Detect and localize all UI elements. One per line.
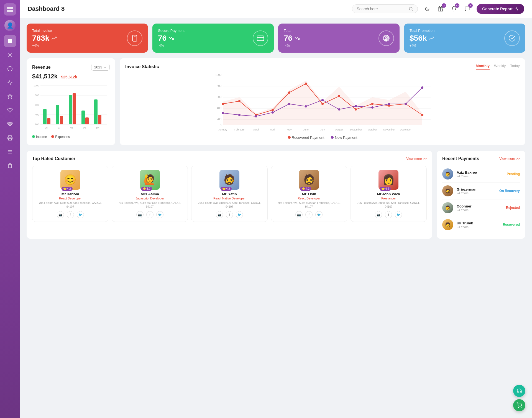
customer-addr-5: 795 Folsom Ave, Suite 600 San Francisco,… bbox=[353, 201, 424, 209]
twitter-icon-4[interactable]: 🐦 bbox=[315, 211, 323, 218]
svg-point-8 bbox=[9, 54, 11, 56]
svg-point-86 bbox=[355, 105, 357, 107]
svg-text:September: September bbox=[350, 128, 362, 131]
legend-new-label: New Payment bbox=[335, 135, 357, 140]
revenue-title: Revenue bbox=[32, 65, 51, 70]
sidebar-item-heart1[interactable] bbox=[4, 104, 16, 116]
svg-text:October: October bbox=[368, 128, 377, 131]
sidebar-item-favorites[interactable] bbox=[4, 90, 16, 102]
svg-rect-5 bbox=[10, 39, 12, 41]
support-float-button[interactable] bbox=[513, 385, 525, 397]
svg-point-68 bbox=[272, 109, 274, 111]
payment-years-1: 24 Years bbox=[457, 175, 503, 178]
payments-view-more[interactable]: View more >> bbox=[499, 157, 520, 161]
svg-point-83 bbox=[305, 105, 307, 107]
svg-rect-17 bbox=[9, 164, 11, 165]
tab-monthly[interactable]: Monthly bbox=[476, 64, 490, 70]
payment-name-3: Oconner bbox=[457, 204, 503, 208]
svg-rect-22 bbox=[132, 35, 137, 41]
svg-point-70 bbox=[305, 83, 307, 85]
payment-change: -4% bbox=[158, 44, 185, 48]
twitter-icon-1[interactable]: 🐦 bbox=[77, 211, 84, 218]
chart-icon bbox=[515, 7, 519, 11]
svg-point-90 bbox=[421, 86, 423, 89]
svg-point-78 bbox=[222, 112, 224, 114]
sidebar-item-info[interactable] bbox=[4, 63, 16, 75]
instagram-icon-2[interactable]: 📷 bbox=[136, 211, 144, 218]
invoice-chart-card: Invoice Statistic Monthly Weekly Today bbox=[120, 58, 525, 145]
chat-button[interactable]: 5 bbox=[462, 4, 472, 14]
svg-text:800: 800 bbox=[35, 94, 39, 97]
invoice-legend: Recovered Payment New Payment bbox=[125, 135, 520, 140]
facebook-icon-3[interactable]: f bbox=[226, 211, 233, 218]
instagram-icon-1[interactable]: 📷 bbox=[57, 211, 64, 218]
promotion-icon bbox=[508, 35, 516, 42]
twitter-icon-5[interactable]: 🐦 bbox=[395, 211, 402, 218]
svg-point-85 bbox=[338, 108, 340, 111]
instagram-icon-5[interactable]: 📷 bbox=[375, 211, 382, 218]
invoice-statistic-title: Invoice Statistic bbox=[125, 64, 159, 69]
svg-text:August: August bbox=[335, 128, 343, 131]
invoice-change: +4% bbox=[32, 44, 57, 48]
tab-weekly[interactable]: Weekly bbox=[494, 64, 506, 70]
facebook-icon-4[interactable]: f bbox=[305, 211, 313, 218]
svg-text:200: 200 bbox=[35, 123, 39, 126]
dark-mode-toggle[interactable] bbox=[422, 4, 432, 14]
svg-point-66 bbox=[238, 100, 241, 102]
sidebar-item-settings[interactable] bbox=[4, 49, 16, 61]
instagram-icon-3[interactable]: 📷 bbox=[216, 211, 223, 218]
revenue-bar-chart: 1000 800 600 400 200 bbox=[32, 83, 110, 133]
facebook-icon-2[interactable]: f bbox=[146, 211, 154, 218]
twitter-icon-3[interactable]: 🐦 bbox=[236, 211, 243, 218]
svg-text:April: April bbox=[270, 128, 275, 131]
invoice-icon-circle bbox=[127, 30, 142, 46]
customer-item: 🙋 ⭐ 4.2 Mrs.Asima Javascript Developer 7… bbox=[112, 166, 188, 222]
payment-icon-circle bbox=[253, 30, 268, 46]
instagram-icon-4[interactable]: 📷 bbox=[295, 211, 303, 218]
tab-today[interactable]: Today bbox=[510, 64, 520, 70]
svg-text:800: 800 bbox=[217, 84, 221, 88]
svg-line-19 bbox=[412, 10, 413, 11]
notification-button[interactable]: 12 bbox=[449, 4, 459, 14]
sidebar-item-heart2[interactable] bbox=[4, 118, 16, 130]
invoice-line-chart: 1000 800 600 400 200 0 bbox=[125, 72, 520, 134]
svg-text:06: 06 bbox=[45, 126, 48, 129]
svg-text:400: 400 bbox=[217, 107, 221, 110]
customer-card: Top Rated Customer View more >> 😊 ⭐ 4.2 … bbox=[27, 151, 432, 239]
generate-report-button[interactable]: Generate Report bbox=[477, 4, 524, 14]
sidebar-logo[interactable] bbox=[4, 3, 16, 16]
cart-icon bbox=[516, 402, 522, 408]
customer-view-more[interactable]: View more >> bbox=[406, 157, 427, 161]
customer-name-2: Mrs.Asima bbox=[114, 192, 185, 196]
sidebar-item-analytics[interactable] bbox=[4, 76, 16, 89]
total-label: Total bbox=[284, 29, 300, 33]
avatar[interactable]: 👤 bbox=[4, 20, 16, 31]
payment-years-4: 24 Years bbox=[457, 225, 500, 229]
gift-button[interactable]: 2 bbox=[436, 4, 446, 14]
svg-text:1000: 1000 bbox=[215, 73, 222, 76]
svg-point-74 bbox=[371, 103, 374, 105]
cart-float-button[interactable] bbox=[513, 399, 525, 411]
sidebar-item-dashboard[interactable] bbox=[4, 35, 16, 47]
payment-status-3: Rejected bbox=[506, 206, 520, 210]
payment-item-4: 🧑 Uli Trumb 24 Years Recovered bbox=[442, 216, 520, 233]
payment-item-3: 👨 Oconner 24 Years Rejected bbox=[442, 199, 520, 216]
sidebar-item-clipboard[interactable] bbox=[4, 160, 16, 172]
revenue-filter[interactable]: 2023 bbox=[91, 64, 110, 71]
facebook-icon-1[interactable]: f bbox=[67, 211, 74, 218]
search-input[interactable] bbox=[357, 7, 406, 11]
payment-avatar-4: 🧑 bbox=[442, 219, 453, 230]
twitter-icon-2[interactable]: 🐦 bbox=[156, 211, 163, 218]
sidebar-item-menu[interactable] bbox=[4, 146, 16, 158]
svg-text:December: December bbox=[400, 128, 411, 131]
search-box[interactable] bbox=[352, 4, 418, 13]
svg-point-84 bbox=[321, 99, 324, 101]
facebook-icon-5[interactable]: f bbox=[385, 211, 392, 218]
stat-card-promotion: Total Promotion $56k +4% bbox=[404, 24, 525, 53]
sidebar-item-print[interactable] bbox=[4, 132, 16, 144]
svg-point-87 bbox=[371, 106, 374, 109]
promotion-value: $56k bbox=[410, 34, 427, 43]
svg-point-69 bbox=[288, 91, 290, 94]
stat-card-payment: Secure Payment 76 -4% bbox=[152, 24, 274, 53]
trend-icon bbox=[52, 36, 57, 41]
